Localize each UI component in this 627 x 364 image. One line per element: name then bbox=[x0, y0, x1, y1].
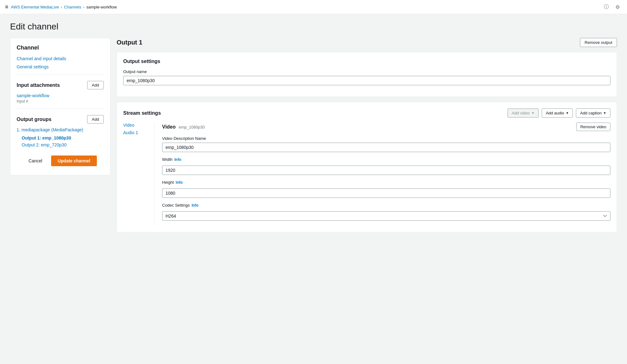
add-output-group-button[interactable]: Add bbox=[87, 115, 104, 124]
add-caption-label: Add caption bbox=[580, 111, 602, 115]
video-codec-group: Codec Settings Info H264 H265 bbox=[162, 203, 610, 221]
video-height-label: Height bbox=[162, 180, 174, 185]
update-channel-button[interactable]: Update channel bbox=[51, 156, 97, 166]
sidebar-output-groups-section: Output groups Add 1. mediapackage (Media… bbox=[17, 115, 104, 147]
top-right-icons: ⓘ ⚙ bbox=[602, 3, 622, 11]
stream-nav-audio1[interactable]: Audio 1 bbox=[123, 130, 150, 135]
add-caption-arrow: ▼ bbox=[603, 111, 606, 115]
sidebar-input-attachments-section: Input attachments Add sample-workflow In… bbox=[17, 81, 104, 103]
stream-nav-video[interactable]: Video bbox=[123, 123, 150, 128]
output-name-label: Output name bbox=[123, 69, 610, 74]
output-settings-title: Output settings bbox=[123, 59, 610, 64]
sidebar-link-general-settings[interactable]: General settings bbox=[17, 64, 104, 69]
sidebar-input-attachments-title: Input attachments bbox=[17, 82, 60, 88]
video-width-label-row: Width Info bbox=[162, 157, 610, 162]
video-description-name-label: Video Description Name bbox=[162, 136, 610, 141]
video-title: Video bbox=[162, 124, 176, 129]
video-height-input[interactable] bbox=[162, 188, 610, 198]
hamburger-icon[interactable]: ≡ bbox=[5, 4, 8, 10]
sidebar-output-groups-header: Output groups Add bbox=[17, 115, 104, 124]
video-height-group: Height Info bbox=[162, 180, 610, 198]
video-width-group: Width Info bbox=[162, 157, 610, 175]
stream-settings-card: Stream settings Add video ▼ Add audio ▼ … bbox=[117, 102, 617, 232]
video-title-container: Video emp_1080p30 bbox=[162, 124, 205, 130]
output-settings-card: Output settings Output name bbox=[117, 52, 617, 97]
breadcrumb-separator-1: › bbox=[61, 5, 62, 9]
breadcrumb-medialive[interactable]: AWS Elemental MediaLive bbox=[11, 5, 59, 9]
video-subtitle: emp_1080p30 bbox=[179, 125, 205, 129]
add-caption-button[interactable]: Add caption ▼ bbox=[576, 108, 610, 118]
sidebar: Channel Channel and input details Genera… bbox=[10, 38, 110, 175]
output-name-input[interactable] bbox=[123, 76, 610, 85]
main-layout: Channel Channel and input details Genera… bbox=[10, 38, 617, 237]
video-codec-label-row: Codec Settings Info bbox=[162, 203, 610, 208]
cancel-button[interactable]: Cancel bbox=[24, 156, 47, 166]
video-width-label: Width bbox=[162, 157, 172, 162]
page-title: Edit channel bbox=[10, 22, 617, 32]
sidebar-divider-1 bbox=[17, 74, 104, 75]
video-codec-select[interactable]: H264 H265 bbox=[162, 211, 610, 221]
remove-output-button[interactable]: Remove output bbox=[580, 38, 617, 47]
sidebar-divider-2 bbox=[17, 108, 104, 109]
breadcrumb-channels[interactable]: Channels bbox=[64, 5, 81, 9]
stream-content: Video emp_1080p30 Remove video Video Des… bbox=[155, 123, 610, 226]
video-height-label-row: Height Info bbox=[162, 180, 610, 185]
video-description-name-group: Video Description Name bbox=[162, 136, 610, 152]
sidebar-input-attachments-header: Input attachments Add bbox=[17, 81, 104, 89]
sidebar-output-groups-title: Output groups bbox=[17, 117, 51, 122]
settings-icon[interactable]: ⚙ bbox=[613, 3, 622, 11]
add-video-arrow: ▼ bbox=[531, 111, 535, 115]
add-audio-label: Add audio bbox=[546, 111, 564, 115]
remove-video-button[interactable]: Remove video bbox=[576, 123, 610, 131]
sidebar-output-2[interactable]: Output 2: emp_720p30 bbox=[17, 142, 104, 147]
output-name-group: Output name bbox=[123, 69, 610, 85]
stream-nav: Video Audio 1 bbox=[123, 123, 155, 226]
stream-settings-title: Stream settings bbox=[123, 110, 161, 116]
video-codec-info[interactable]: Info bbox=[192, 203, 198, 208]
video-width-info[interactable]: Info bbox=[174, 157, 181, 162]
breadcrumb-separator-2: › bbox=[83, 5, 84, 9]
output-title: Output 1 bbox=[117, 39, 142, 46]
output-header: Output 1 Remove output bbox=[117, 38, 617, 47]
add-audio-button[interactable]: Add audio ▼ bbox=[542, 108, 573, 118]
page-content: Edit channel Channel Channel and input d… bbox=[0, 14, 627, 245]
sidebar-output-group-1[interactable]: 1. mediapackage (MediaPackage) bbox=[17, 127, 104, 132]
top-bar: ≡ AWS Elemental MediaLive › Channels › s… bbox=[0, 0, 627, 14]
breadcrumb: AWS Elemental MediaLive › Channels › sam… bbox=[11, 5, 117, 9]
video-description-name-input[interactable] bbox=[162, 143, 610, 152]
add-audio-arrow: ▼ bbox=[566, 111, 569, 115]
info-icon[interactable]: ⓘ bbox=[602, 3, 611, 11]
video-width-input[interactable] bbox=[162, 166, 610, 175]
video-codec-label: Codec Settings bbox=[162, 203, 190, 208]
stream-body: Video Audio 1 Video emp_1080p30 Remove v… bbox=[123, 123, 610, 226]
sidebar-link-channel-input[interactable]: Channel and input details bbox=[17, 56, 104, 61]
add-video-button[interactable]: Add video ▼ bbox=[508, 108, 539, 118]
main-panel: Output 1 Remove output Output settings O… bbox=[117, 38, 617, 237]
sidebar-input-detail: Input # bbox=[17, 99, 104, 103]
sidebar-output-1[interactable]: Output 1: emp_1080p30 bbox=[17, 135, 104, 140]
stream-settings-header: Stream settings Add video ▼ Add audio ▼ … bbox=[123, 108, 610, 118]
video-header: Video emp_1080p30 Remove video bbox=[162, 123, 610, 131]
add-input-button[interactable]: Add bbox=[87, 81, 104, 89]
sidebar-title: Channel bbox=[17, 45, 104, 51]
action-bar: Cancel Update channel bbox=[17, 149, 104, 169]
breadcrumb-current: sample-workflow bbox=[87, 5, 117, 9]
sidebar-input-name[interactable]: sample-workflow bbox=[17, 93, 104, 98]
video-height-info[interactable]: Info bbox=[176, 180, 183, 185]
add-video-label: Add video bbox=[512, 111, 530, 115]
